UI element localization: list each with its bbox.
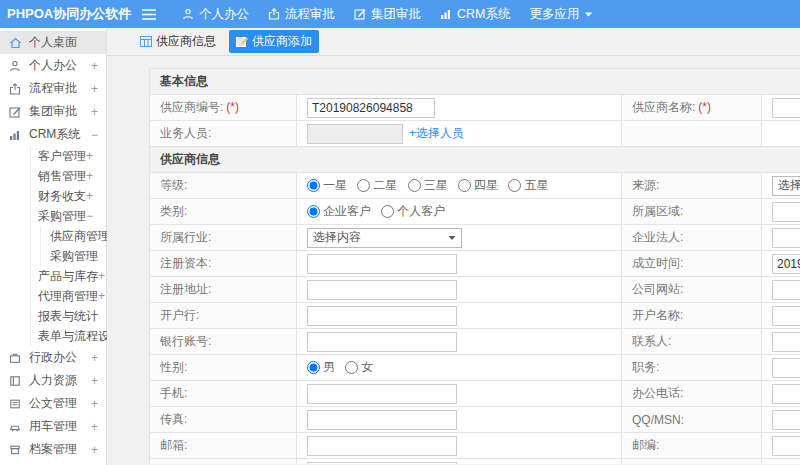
sidebar-item-product-inventory[interactable]: 产品与库存 + [31,266,106,286]
sidebar-item-label: 流程审批 [29,80,77,97]
sidebar-item-vehicle-mgmt[interactable]: 用车管理 + [0,415,106,438]
crm-submenu: 客户管理 + 销售管理 + 财务收支 + 采购管理 − 供应商管理 采购管理 [30,146,106,346]
qq-msn-field[interactable] [772,410,800,430]
grade-option[interactable]: 四星 [458,177,498,194]
bank-account-field[interactable] [307,332,457,352]
expand-icon[interactable]: + [91,374,98,388]
nav-more-apps[interactable]: 更多应用 [529,6,593,23]
sidebar-item-label: 供应商管理 [50,228,110,245]
supplier-name-field[interactable] [772,98,800,118]
sidebar-item-admin-office[interactable]: 行政办公 + [0,346,106,369]
sidebar-item-agent-mgmt[interactable]: 代理商管理 + [31,286,106,306]
sidebar-item-archive-mgmt[interactable]: 档案管理 + [0,438,106,461]
expand-icon[interactable]: + [98,269,105,283]
expand-icon[interactable]: + [91,351,98,365]
sidebar-item-document-mgmt[interactable]: 公文管理 + [0,392,106,415]
field-label: QQ/MSN: [632,413,684,427]
tab-supplier-info[interactable]: 供应商信息 [133,30,223,53]
supplier-code-field[interactable] [307,98,435,118]
mobile-field[interactable] [307,384,457,404]
sidebar-item-crm-system[interactable]: CRM系统 − [0,123,106,146]
sidebar-item-personal-office[interactable]: 个人办公 + [0,54,106,77]
nav-personal-office[interactable]: 个人办公 [182,6,249,23]
expand-icon[interactable]: + [91,82,98,96]
category-radio[interactable] [381,205,394,218]
office-phone-field[interactable] [772,384,800,404]
table-row: 邮箱: 邮编: [150,433,800,459]
expand-icon[interactable]: + [86,169,93,183]
category-option[interactable]: 个人客户 [381,203,445,220]
registered-capital-field[interactable] [307,254,457,274]
nav-item-label: 个人办公 [199,6,249,23]
expand-icon[interactable]: + [86,149,93,163]
nav-item-label: 集团审批 [371,6,421,23]
grade-radio[interactable] [357,179,370,192]
sidebar-item-group-approval[interactable]: 集团审批 + [0,100,106,123]
sidebar-item-purchase-mgmt[interactable]: 采购管理 − [31,206,106,226]
tab-supplier-add[interactable]: 供应商添加 [229,30,319,53]
radio-label: 男 [323,359,335,376]
position-field[interactable] [772,358,800,378]
nav-group-approval[interactable]: 集团审批 [354,6,421,23]
expand-icon[interactable]: + [91,105,98,119]
grade-option[interactable]: 五星 [508,177,548,194]
grade-option[interactable]: 二星 [357,177,397,194]
sidebar-item-supplier-mgmt[interactable]: 供应商管理 [41,226,106,246]
tab-bar: 供应商信息 供应商添加 [107,28,800,56]
category-radio[interactable] [307,205,320,218]
account-name-field[interactable] [772,306,800,326]
sidebar-item-hr[interactable]: 人力资源 + [0,369,106,392]
sidebar-item-sales-mgmt[interactable]: 销售管理 + [31,166,106,186]
grade-option[interactable]: 一星 [307,177,347,194]
region-field[interactable] [772,202,800,222]
nav-crm-system[interactable]: CRM系统 [440,6,510,23]
expand-icon[interactable]: + [91,59,98,73]
sidebar-item-finance[interactable]: 财务收支 + [31,186,106,206]
industry-select[interactable]: 选择内容 [307,228,462,248]
sidebar-item-workflow-approval[interactable]: 流程审批 + [0,77,106,100]
menu-toggle-button[interactable] [142,9,156,20]
expand-icon[interactable]: + [98,289,105,303]
sidebar-item-procurement-mgmt[interactable]: 采购管理 [41,246,106,266]
registered-address-field[interactable] [307,280,457,300]
contact-person-field[interactable] [772,332,800,352]
gender-radio[interactable] [307,361,320,374]
source-select[interactable]: 选择内容 [772,176,800,196]
nav-workflow-approval[interactable]: 流程审批 [268,6,335,23]
fax-field[interactable] [307,410,457,430]
postcode-field[interactable] [772,436,800,456]
grade-radio[interactable] [408,179,421,192]
legal-person-field[interactable] [772,228,800,248]
collapse-icon[interactable]: − [86,209,93,223]
collapse-icon[interactable]: − [91,128,98,142]
founded-date-field[interactable] [772,254,800,274]
grade-radio[interactable] [508,179,521,192]
category-option[interactable]: 企业客户 [307,203,371,220]
gender-option[interactable]: 男 [307,359,335,376]
gender-radio[interactable] [345,361,358,374]
bank-branch-field[interactable] [307,306,457,326]
expand-icon[interactable]: + [91,443,98,457]
expand-icon[interactable]: + [86,189,93,203]
staff-field[interactable] [307,124,403,144]
choose-staff-link[interactable]: +选择人员 [409,126,464,140]
company-website-field[interactable] [772,280,800,300]
grade-radio[interactable] [307,179,320,192]
address-field[interactable] [307,462,457,465]
sidebar-item-customer-mgmt[interactable]: 客户管理 + [31,146,106,166]
sidebar-item-reports-stats[interactable]: 报表与统计 [31,306,106,326]
grade-option[interactable]: 三星 [408,177,448,194]
sidebar-item-label: 集团审批 [29,103,77,120]
grade-radio[interactable] [458,179,471,192]
top-nav: 个人办公 流程审批 集团审批 CRM系统 更多应用 [182,6,612,23]
expand-icon[interactable]: + [91,397,98,411]
workflow-icon [9,83,22,95]
email-field[interactable] [307,436,457,456]
section-title-basic-info: 基本信息 [150,69,800,95]
sidebar-item-personal-desktop[interactable]: 个人桌面 [0,31,106,54]
sidebar-item-label: 报表与统计 [38,308,98,325]
expand-icon[interactable]: + [91,420,98,434]
field-label: 注册资本: [160,256,211,270]
gender-option[interactable]: 女 [345,359,373,376]
sidebar-item-form-workflow-settings[interactable]: 表单与流程设置 + [31,326,106,346]
